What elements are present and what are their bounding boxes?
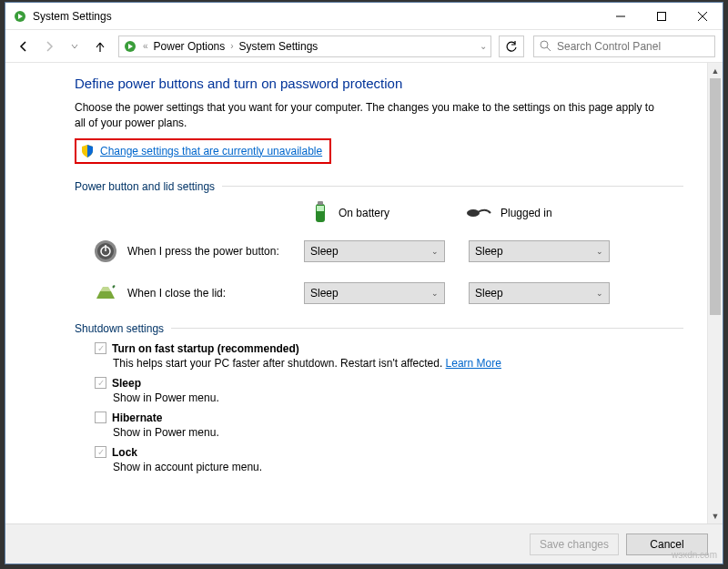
lock-checkbox[interactable] xyxy=(95,446,106,458)
up-button[interactable] xyxy=(89,36,111,57)
fast-startup-checkbox[interactable] xyxy=(95,342,106,354)
chevron-down-icon[interactable]: ⌄ xyxy=(480,41,487,51)
scroll-up-icon[interactable]: ▲ xyxy=(708,63,723,78)
recent-dropdown-icon[interactable] xyxy=(64,36,86,57)
content-body: Define power buttons and turn on passwor… xyxy=(5,63,723,523)
breadcrumb-sep-icon: « xyxy=(143,41,148,51)
content-pane: Define power buttons and turn on passwor… xyxy=(5,63,707,523)
highlight-box: Change settings that are currently unava… xyxy=(75,138,331,164)
chevron-down-icon: ⌄ xyxy=(431,247,439,256)
shutdown-option: Lock Show in account picture menu. xyxy=(29,446,683,473)
refresh-button[interactable] xyxy=(499,36,524,57)
back-button[interactable] xyxy=(13,36,35,57)
power-button-row: When I press the power button: Sleep⌄ Sl… xyxy=(29,239,683,264)
shutdown-option: Turn on fast startup (recommended) This … xyxy=(29,342,683,370)
close-button[interactable] xyxy=(682,3,723,29)
svg-line-7 xyxy=(547,47,551,51)
maximize-button[interactable] xyxy=(641,3,682,29)
shield-icon xyxy=(80,144,95,158)
option-label: When I close the lid: xyxy=(127,287,226,300)
shutdown-option: Hibernate Show in Power menu. xyxy=(29,412,683,439)
footer-bar: Save changes Cancel xyxy=(5,523,723,564)
chevron-down-icon: ⌄ xyxy=(431,289,439,298)
save-changes-button[interactable]: Save changes xyxy=(530,533,619,555)
column-headers: On battery Plugged in xyxy=(29,200,683,226)
plug-icon xyxy=(466,205,491,221)
watermark: wsxdn.com xyxy=(672,550,717,560)
lid-plugged-select[interactable]: Sleep⌄ xyxy=(469,282,610,304)
search-input[interactable] xyxy=(557,40,709,53)
power-battery-select[interactable]: Sleep⌄ xyxy=(304,240,445,262)
svg-rect-10 xyxy=(317,206,324,211)
window-title: System Settings xyxy=(33,10,600,23)
scroll-thumb[interactable] xyxy=(710,78,721,315)
chevron-down-icon: ⌄ xyxy=(596,289,603,298)
page-description: Choose the power settings that you want … xyxy=(29,100,683,131)
shutdown-section-header: Shutdown settings xyxy=(29,322,683,335)
power-section-header: Power button and lid settings xyxy=(29,180,683,193)
learn-more-link[interactable]: Learn More xyxy=(446,357,501,370)
change-settings-link[interactable]: Change settings that are currently unava… xyxy=(100,145,322,157)
svg-rect-2 xyxy=(657,12,665,20)
battery-icon xyxy=(311,200,329,226)
lid-battery-select[interactable]: Sleep⌄ xyxy=(304,282,445,304)
breadcrumb-item[interactable]: System Settings xyxy=(239,40,318,53)
chevron-down-icon: ⌄ xyxy=(596,247,603,256)
plugged-in-header: Plugged in xyxy=(466,205,621,221)
chevron-right-icon: › xyxy=(230,41,233,51)
svg-point-6 xyxy=(541,41,548,48)
hibernate-checkbox[interactable] xyxy=(95,412,106,423)
on-battery-header: On battery xyxy=(311,200,466,226)
lid-close-icon xyxy=(93,280,118,306)
power-options-icon xyxy=(123,39,137,54)
minimize-button[interactable] xyxy=(600,3,641,29)
nav-bar: « Power Options › System Settings ⌄ xyxy=(5,30,723,63)
power-options-icon xyxy=(13,9,27,24)
titlebar: System Settings xyxy=(5,3,723,30)
vertical-scrollbar[interactable]: ▲ ▼ xyxy=(707,63,723,523)
lid-close-row: When I close the lid: Sleep⌄ Sleep⌄ xyxy=(29,280,683,306)
power-plugged-select[interactable]: Sleep⌄ xyxy=(469,240,610,262)
scroll-down-icon[interactable]: ▼ xyxy=(708,508,723,523)
scroll-track[interactable] xyxy=(708,78,723,508)
svg-rect-9 xyxy=(318,201,323,205)
address-bar[interactable]: « Power Options › System Settings ⌄ xyxy=(118,36,491,57)
forward-button[interactable] xyxy=(38,36,60,57)
power-button-icon xyxy=(93,239,118,264)
search-box[interactable] xyxy=(533,36,715,57)
system-settings-window: System Settings « Power Options › System… xyxy=(5,2,723,564)
change-settings-row: Change settings that are currently unava… xyxy=(29,138,683,164)
search-icon xyxy=(540,40,551,52)
sleep-checkbox[interactable] xyxy=(95,377,106,389)
option-label: When I press the power button: xyxy=(127,245,279,258)
svg-point-11 xyxy=(467,209,480,217)
breadcrumb-item[interactable]: Power Options xyxy=(154,40,226,53)
shutdown-option: Sleep Show in Power menu. xyxy=(29,377,683,404)
page-heading: Define power buttons and turn on passwor… xyxy=(29,76,683,91)
